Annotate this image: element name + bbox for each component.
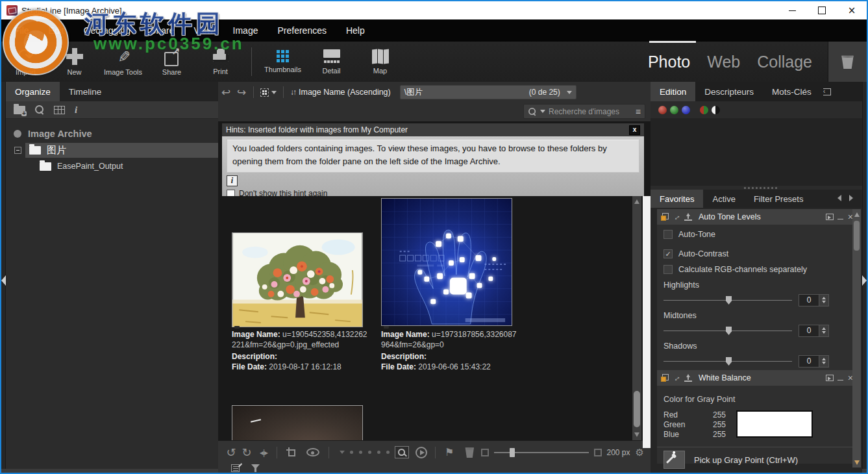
- scroll-down-icon[interactable]: [634, 432, 639, 437]
- menu-edit[interactable]: Edit: [49, 25, 64, 36]
- blue-label-icon[interactable]: [682, 106, 690, 114]
- loupe-button[interactable]: [395, 446, 409, 458]
- mode-web[interactable]: Web: [707, 53, 740, 71]
- slider-handle[interactable]: [726, 357, 732, 366]
- tab-favorites[interactable]: Favorites: [651, 190, 703, 208]
- blackwhite-label-icon[interactable]: [712, 106, 720, 114]
- thumbnail-scrollbar[interactable]: [632, 196, 641, 440]
- tab-edition[interactable]: Edition: [651, 82, 695, 101]
- presets-scroll-left-icon[interactable]: [837, 195, 841, 201]
- tree-node-folder[interactable]: 图片: [25, 143, 218, 158]
- search-menu-icon[interactable]: ≡: [636, 106, 641, 117]
- midtones-value[interactable]: 0: [799, 325, 819, 337]
- red-label-icon[interactable]: [658, 106, 667, 114]
- thumbnail-size-slider[interactable]: [494, 448, 589, 457]
- preview-button[interactable]: [306, 448, 319, 456]
- redgreen-label-icon[interactable]: [700, 106, 708, 114]
- thumbnail-dark-texture[interactable]: [232, 405, 363, 440]
- scroll-down-icon[interactable]: [854, 460, 860, 465]
- tab-mots-cles[interactable]: Mots-Clés: [763, 82, 821, 101]
- tree-root-image-archive[interactable]: Image Archive: [6, 127, 218, 141]
- detach-panel-icon[interactable]: [826, 214, 834, 220]
- load-preset-icon[interactable]: [684, 374, 692, 382]
- shadows-value[interactable]: 0: [799, 355, 819, 368]
- import-button[interactable]: Import: [1, 42, 50, 82]
- new-folder-icon[interactable]: [14, 106, 25, 114]
- maximize-button[interactable]: [807, 1, 837, 19]
- info-icon[interactable]: i: [75, 105, 77, 116]
- rgb-separate-checkbox-row[interactable]: Calculate RGB-channels separately: [663, 265, 850, 274]
- thumbnail-tech-hand[interactable]: [381, 198, 512, 326]
- green-label-icon[interactable]: [670, 106, 678, 114]
- map-view-button[interactable]: Map: [356, 42, 404, 82]
- mode-collage[interactable]: Collage: [757, 53, 812, 71]
- tab-organize[interactable]: Organize: [6, 82, 60, 101]
- menu-view[interactable]: View: [193, 25, 213, 36]
- apply-to-layers-icon[interactable]: [661, 213, 669, 221]
- mode-photo[interactable]: Photo: [648, 53, 690, 71]
- rotate-right-button[interactable]: ↻: [239, 445, 254, 460]
- menu-image[interactable]: Image: [233, 25, 258, 36]
- auto-tone-header[interactable]: Auto Tone Levels ×: [657, 209, 857, 225]
- new-button[interactable]: New: [50, 42, 99, 82]
- midtones-slider[interactable]: [663, 326, 792, 335]
- load-preset-icon[interactable]: [684, 213, 692, 221]
- forward-button[interactable]: ↪: [234, 86, 249, 99]
- compare-icon[interactable]: [673, 213, 680, 221]
- collapse-panel-icon[interactable]: [837, 214, 844, 220]
- menu-help[interactable]: Help: [346, 25, 365, 36]
- shadows-slider[interactable]: [663, 356, 792, 366]
- collapse-node-icon[interactable]: [14, 147, 21, 154]
- slideshow-button[interactable]: [415, 447, 427, 458]
- thumbnail-flower-tree[interactable]: [232, 232, 363, 327]
- hints-close-button[interactable]: x: [629, 125, 640, 135]
- detach-panel-icon[interactable]: [826, 375, 834, 381]
- thumbnails-view-button[interactable]: Thumbnails: [258, 42, 307, 82]
- auto-contrast-checkbox-row[interactable]: ✓ Auto-Contrast: [663, 249, 850, 258]
- print-button[interactable]: Print: [196, 42, 245, 82]
- sort-control[interactable]: ↓↑ Image Name (Ascending): [288, 88, 393, 97]
- close-button[interactable]: ×: [837, 1, 867, 19]
- midtones-spinner[interactable]: [819, 325, 829, 337]
- compare-icon[interactable]: [673, 374, 680, 382]
- table-view-icon[interactable]: [54, 106, 65, 114]
- auto-tone-checkbox-row[interactable]: Auto-Tone: [663, 230, 850, 239]
- tab-active[interactable]: Active: [703, 190, 744, 208]
- tab-overflow-icon[interactable]: [823, 88, 831, 95]
- slider-handle[interactable]: [726, 296, 732, 305]
- left-collapse-strip[interactable]: [1, 82, 6, 469]
- presets-scroll-right-icon[interactable]: [849, 195, 853, 201]
- search-input[interactable]: [549, 107, 632, 116]
- menu-preferences[interactable]: Preferences: [277, 25, 326, 36]
- menu-geotagging[interactable]: Geotagging: [84, 25, 130, 36]
- flag-button[interactable]: ⚑: [445, 446, 454, 458]
- search-box[interactable]: ≡: [523, 104, 645, 119]
- trash-dock[interactable]: [828, 42, 867, 82]
- flip-horizontal-button[interactable]: ◂|▸: [254, 448, 273, 457]
- pick-gray-point-button[interactable]: [663, 451, 685, 469]
- scroll-up-icon[interactable]: [634, 199, 639, 204]
- gear-icon[interactable]: ⚙: [636, 447, 644, 458]
- path-breadcrumb[interactable]: \图片 (0 de 25): [400, 85, 577, 99]
- rotate-left-button[interactable]: ↺: [223, 445, 239, 460]
- zoom-out-icon[interactable]: [481, 449, 489, 456]
- rating-dots[interactable]: [350, 451, 353, 454]
- highlights-spinner[interactable]: [819, 294, 829, 306]
- right-collapse-strip[interactable]: [862, 82, 867, 469]
- tree-node-subfolder[interactable]: EasePaint_Output: [6, 159, 218, 173]
- back-button[interactable]: ↩: [218, 86, 234, 99]
- auto-contrast-checkbox[interactable]: ✓: [663, 249, 673, 258]
- menu-file[interactable]: File: [14, 25, 29, 36]
- scrollbar-thumb[interactable]: [854, 221, 860, 251]
- hint-info-button[interactable]: i: [227, 175, 238, 186]
- path-dropdown-icon[interactable]: [567, 91, 572, 94]
- search-options-icon[interactable]: [540, 110, 545, 113]
- edit-panel-scrollbar[interactable]: [852, 209, 861, 468]
- share-button[interactable]: Share: [147, 42, 196, 82]
- slider-handle[interactable]: [510, 448, 515, 457]
- shadows-spinner[interactable]: [819, 355, 829, 368]
- scroll-up-icon[interactable]: [854, 212, 860, 217]
- rating-control[interactable]: [340, 451, 392, 454]
- scrollbar-thumb[interactable]: [634, 391, 640, 427]
- highlights-value[interactable]: 0: [799, 294, 819, 306]
